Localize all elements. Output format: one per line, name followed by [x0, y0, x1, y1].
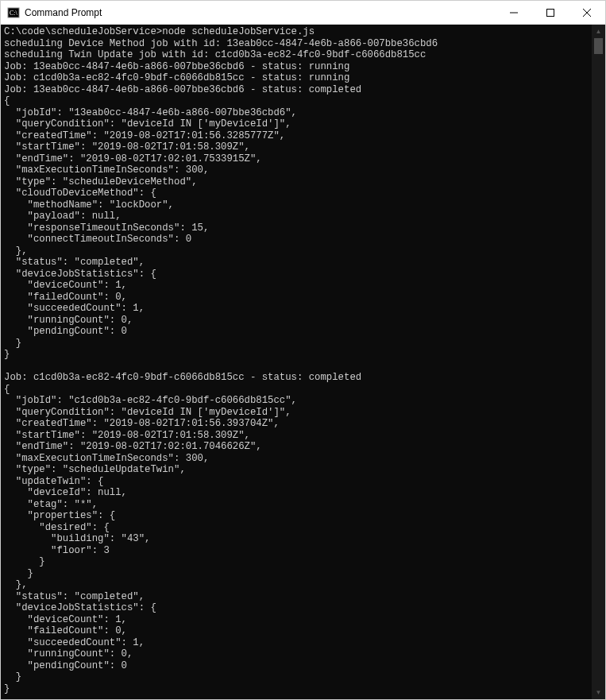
window-titlebar: C:\ Command Prompt — [1, 1, 605, 25]
svg-text:C:\: C:\ — [10, 10, 18, 17]
output-line: "endTime": "2019-08-02T17:02:01.7046626Z… — [4, 441, 262, 452]
output-line: "pendingCount": 0 — [4, 326, 127, 337]
output-line: "createdTime": "2019-08-02T17:01:56.3937… — [4, 418, 280, 429]
output-line: "pendingCount": 0 — [4, 660, 127, 671]
output-line: "failedCount": 0, — [4, 625, 127, 636]
scroll-thumb[interactable] — [594, 38, 603, 54]
output-line: "type": "scheduleDeviceMethod", — [4, 176, 198, 188]
minimize-button[interactable] — [496, 1, 532, 25]
output-line: } — [4, 349, 10, 360]
output-line: Job: 13eab0cc-4847-4e6b-a866-007bbe36cbd… — [4, 61, 349, 72]
output-line: "startTime": "2019-08-02T17:01:58.309Z", — [4, 141, 250, 153]
output-line: "status": "completed", — [4, 591, 145, 602]
output-line: "maxExecutionTimeInSeconds": 300, — [4, 453, 209, 464]
output-line: "queryCondition": "deviceId IN ['myDevic… — [4, 407, 291, 418]
maximize-button[interactable] — [532, 1, 569, 25]
output-line: } — [4, 338, 21, 349]
output-line: "endTime": "2019-08-02T17:02:01.7533915Z… — [4, 153, 262, 164]
output-line: "jobId": "13eab0cc-4847-4e6b-a866-007bbe… — [4, 107, 297, 118]
output-line: "createdTime": "2019-08-02T17:01:56.3285… — [4, 130, 285, 141]
output-line: scheduling Twin Update job with id: c1cd… — [4, 49, 426, 60]
output-line: "status": "completed", — [4, 257, 145, 268]
output-line: scheduling Device Method job with id: 13… — [4, 38, 438, 49]
output-line: "floor": 3 — [4, 545, 110, 556]
output-line: "runningCount": 0, — [4, 648, 133, 659]
output-line: } — [4, 683, 10, 694]
output-line: "etag": "*", — [4, 499, 98, 510]
output-line: } — [4, 556, 45, 567]
output-line: "connectTimeoutInSeconds": 0 — [4, 234, 191, 245]
output-line: "deviceJobStatistics": { — [4, 602, 156, 613]
scroll-up-arrow-icon[interactable]: ▲ — [592, 25, 605, 38]
output-line: "payload": null, — [4, 211, 122, 222]
output-line: { — [4, 95, 10, 106]
output-line: "type": "scheduleUpdateTwin", — [4, 464, 186, 475]
prompt: C:\code\scheduleJobService> — [4, 26, 162, 37]
output-line: Job: 13eab0cc-4847-4e6b-a866-007bbe36cbd… — [4, 84, 361, 95]
output-line: "properties": { — [4, 510, 115, 521]
output-line: "building": "43", — [4, 533, 150, 544]
output-line: "deviceId": null, — [4, 487, 127, 498]
output-line: "startTime": "2019-08-02T17:01:58.309Z", — [4, 430, 250, 441]
output-line: } — [4, 671, 21, 683]
output-line: "methodName": "lockDoor", — [4, 199, 174, 211]
command-text: node scheduleJobService.js — [162, 26, 315, 37]
output-line: "jobId": "c1cd0b3a-ec82-4fc0-9bdf-c6066d… — [4, 395, 297, 406]
output-line: Job: c1cd0b3a-ec82-4fc0-9bdf-c6066db815c… — [4, 372, 361, 383]
output-line: "queryCondition": "deviceId IN ['myDevic… — [4, 118, 291, 130]
output-line: "succeededCount": 1, — [4, 637, 145, 648]
output-line: "updateTwin": { — [4, 476, 103, 487]
window-controls — [496, 1, 605, 24]
output-line: "responseTimeoutInSeconds": 15, — [4, 222, 209, 234]
output-line: { — [4, 384, 10, 395]
window-title: Command Prompt — [25, 7, 496, 18]
console-output[interactable]: C:\code\scheduleJobService>node schedule… — [1, 25, 592, 699]
svg-rect-3 — [547, 10, 554, 17]
cmd-icon: C:\ — [7, 6, 20, 19]
output-line: "desired": { — [4, 522, 110, 533]
output-line: "succeededCount": 1, — [4, 303, 145, 314]
output-line: "failedCount": 0, — [4, 292, 127, 303]
vertical-scrollbar[interactable]: ▲ ▼ — [592, 25, 605, 699]
output-line: "cloudToDeviceMethod": { — [4, 188, 156, 199]
close-button[interactable] — [569, 1, 605, 25]
output-line: "runningCount": 0, — [4, 315, 133, 326]
scroll-down-arrow-icon[interactable]: ▼ — [592, 686, 605, 699]
output-line: "deviceCount": 1, — [4, 614, 127, 625]
output-line: }, — [4, 579, 28, 590]
output-line: }, — [4, 246, 28, 257]
console-area: C:\code\scheduleJobService>node schedule… — [1, 25, 605, 699]
output-line: } — [4, 568, 33, 579]
output-line: "maxExecutionTimeInSeconds": 300, — [4, 164, 209, 176]
output-line: "deviceCount": 1, — [4, 280, 127, 291]
output-line: "deviceJobStatistics": { — [4, 269, 156, 280]
output-line: Job: c1cd0b3a-ec82-4fc0-9bdf-c6066db815c… — [4, 72, 349, 83]
